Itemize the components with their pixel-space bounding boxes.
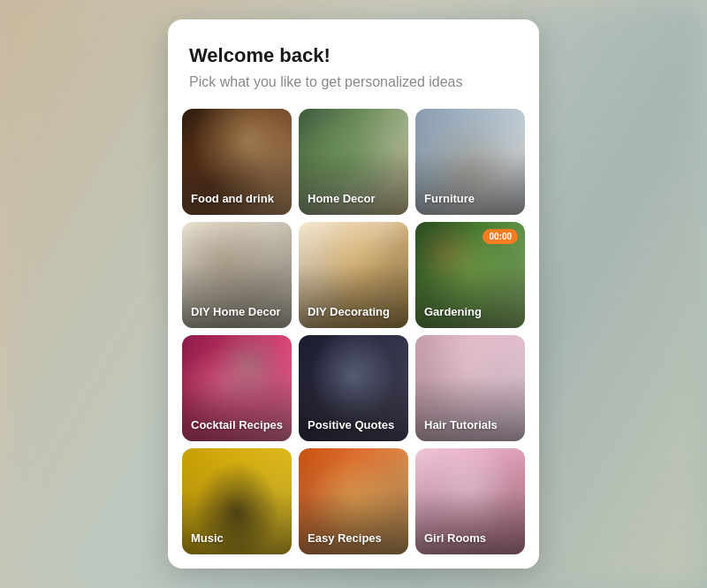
grid-item-label-food-and-drink: Food and drink bbox=[191, 192, 274, 206]
grid-item-diy-decorating[interactable]: DIY Decorating bbox=[299, 222, 408, 328]
grid-item-gardening[interactable]: Gardening00:00 bbox=[415, 222, 525, 328]
grid-item-diy-home-decor[interactable]: DIY Home Decor bbox=[182, 222, 292, 328]
grid-item-food-and-drink[interactable]: Food and drink bbox=[182, 109, 292, 215]
card-header: Welcome back! Pick what you like to get … bbox=[168, 19, 539, 106]
grid-item-label-easy-recipes: Easy Recipes bbox=[308, 531, 382, 546]
main-card: Welcome back! Pick what you like to get … bbox=[168, 19, 539, 569]
grid-item-music[interactable]: Music bbox=[182, 448, 292, 554]
grid-item-label-furniture: Furniture bbox=[424, 192, 475, 206]
grid-item-label-diy-home-decor: DIY Home Decor bbox=[191, 305, 281, 319]
welcome-subtitle: Pick what you like to get personalized i… bbox=[189, 73, 518, 92]
grid-item-cocktail-recipes[interactable]: Cocktail Recipes bbox=[182, 335, 292, 441]
grid-item-label-music: Music bbox=[191, 531, 224, 546]
category-grid: Food and drinkHome DecorFurnitureDIY Hom… bbox=[182, 109, 525, 554]
grid-item-hair-tutorials[interactable]: Hair Tutorials bbox=[415, 335, 525, 441]
grid-item-positive-quotes[interactable]: Positive Quotes bbox=[299, 335, 408, 441]
grid-item-furniture[interactable]: Furniture bbox=[415, 109, 525, 215]
grid-item-home-decor[interactable]: Home Decor bbox=[299, 109, 408, 215]
grid-item-label-cocktail-recipes: Cocktail Recipes bbox=[191, 418, 283, 432]
grid-item-label-girl-rooms: Girl Rooms bbox=[424, 531, 486, 546]
grid-item-label-diy-decorating: DIY Decorating bbox=[308, 305, 390, 319]
grid-item-label-hair-tutorials: Hair Tutorials bbox=[424, 418, 498, 432]
timer-badge-gardening: 00:00 bbox=[483, 229, 518, 244]
grid-item-girl-rooms[interactable]: Girl Rooms bbox=[415, 448, 525, 554]
grid-item-label-positive-quotes: Positive Quotes bbox=[308, 418, 394, 432]
grid-item-label-gardening: Gardening bbox=[424, 305, 482, 319]
grid-container: Food and drinkHome DecorFurnitureDIY Hom… bbox=[168, 105, 539, 569]
grid-item-easy-recipes[interactable]: Easy Recipes bbox=[299, 448, 408, 554]
welcome-title: Welcome back! bbox=[189, 44, 518, 67]
grid-item-label-home-decor: Home Decor bbox=[308, 192, 376, 206]
